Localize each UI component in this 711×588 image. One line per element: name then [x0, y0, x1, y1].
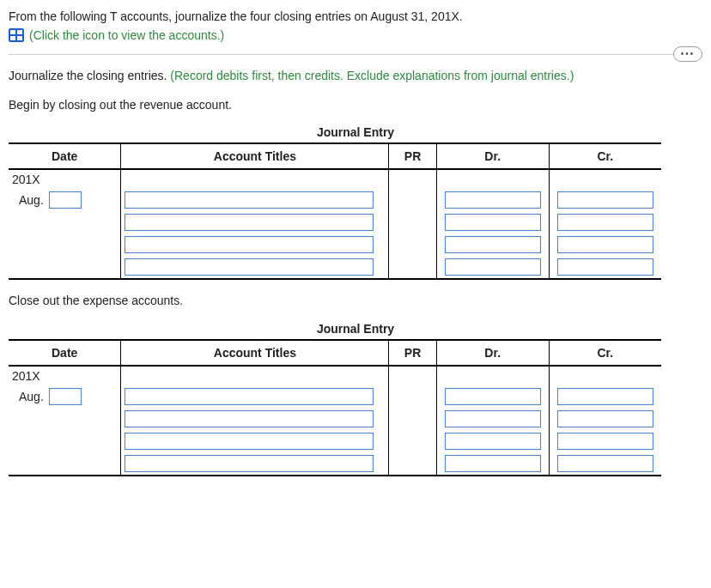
table-row: 201X	[9, 169, 661, 189]
main-instruction: Journalize the closing entries. (Record …	[9, 67, 702, 84]
divider: •••	[9, 54, 702, 55]
col-header-date: Date	[9, 143, 121, 169]
journal-table-2: Date Account Titles PR Dr. Cr. 201X Aug.	[9, 339, 661, 476]
col-header-titles: Account Titles	[121, 143, 389, 169]
debit-input[interactable]	[445, 214, 541, 231]
debit-input[interactable]	[445, 236, 541, 253]
credit-input[interactable]	[557, 410, 653, 427]
year-cell: 201X	[9, 169, 121, 189]
journal-entry-caption-1: Journal Entry	[9, 125, 702, 139]
year-cell: 201X	[9, 366, 121, 385]
credit-input[interactable]	[557, 433, 653, 450]
account-title-input[interactable]	[125, 214, 374, 231]
credit-input[interactable]	[557, 214, 653, 231]
table-row	[9, 430, 661, 452]
credit-input[interactable]	[557, 455, 653, 472]
account-title-input[interactable]	[125, 410, 374, 427]
table-row	[9, 408, 661, 430]
view-accounts-link[interactable]: (Click the icon to view the accounts.)	[29, 28, 224, 42]
account-title-input[interactable]	[125, 388, 374, 405]
col-header-dr: Dr.	[436, 143, 549, 169]
col-header-dr: Dr.	[436, 340, 549, 366]
account-title-input[interactable]	[125, 433, 374, 450]
day-input[interactable]	[49, 388, 82, 405]
col-header-pr: PR	[389, 340, 436, 366]
credit-input[interactable]	[557, 258, 653, 276]
day-input[interactable]	[49, 191, 82, 209]
table-row	[9, 211, 661, 233]
col-header-cr: Cr.	[549, 143, 661, 169]
month-label: Aug.	[19, 390, 44, 403]
table-row: Aug.	[9, 385, 661, 408]
account-title-input[interactable]	[125, 258, 374, 276]
more-options-button[interactable]: •••	[673, 46, 702, 62]
table-row	[9, 233, 661, 256]
step2-text: Close out the expense accounts.	[9, 292, 702, 309]
journal-table-1: Date Account Titles PR Dr. Cr. 201X Aug.	[9, 142, 661, 280]
debit-input[interactable]	[445, 388, 541, 405]
debit-input[interactable]	[445, 258, 541, 276]
credit-input[interactable]	[557, 388, 653, 405]
account-title-input[interactable]	[125, 455, 374, 472]
col-header-cr: Cr.	[549, 340, 661, 366]
credit-input[interactable]	[557, 191, 653, 209]
col-header-titles: Account Titles	[121, 340, 389, 366]
credit-input[interactable]	[557, 236, 653, 253]
table-row: 201X	[9, 366, 661, 385]
intro-text: From the following T accounts, journaliz…	[9, 9, 702, 25]
month-label: Aug.	[19, 193, 44, 207]
step1-text: Begin by closing out the revenue account…	[9, 96, 702, 113]
col-header-pr: PR	[389, 143, 436, 169]
table-row: Aug.	[9, 189, 661, 211]
table-row	[9, 452, 661, 476]
debit-input[interactable]	[445, 191, 541, 209]
table-icon[interactable]	[9, 28, 24, 42]
journal-entry-caption-2: Journal Entry	[9, 322, 702, 336]
debit-input[interactable]	[445, 455, 541, 472]
debit-input[interactable]	[445, 410, 541, 427]
table-row	[9, 256, 661, 279]
main-instruction-hint: (Record debits first, then credits. Excl…	[167, 69, 574, 82]
col-header-date: Date	[9, 340, 121, 366]
main-instruction-text: Journalize the closing entries.	[9, 69, 167, 82]
debit-input[interactable]	[445, 433, 541, 450]
account-title-input[interactable]	[125, 236, 374, 253]
account-title-input[interactable]	[125, 191, 374, 209]
